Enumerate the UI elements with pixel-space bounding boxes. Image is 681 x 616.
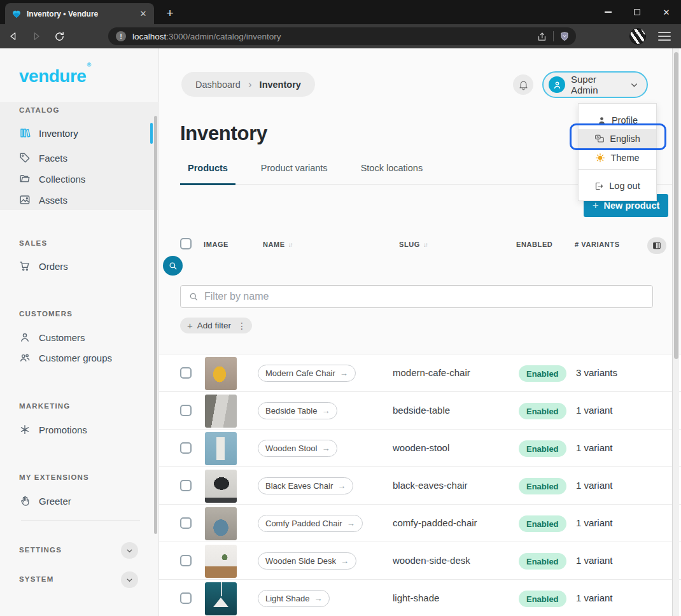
sidebar-scrollbar-thumb[interactable] <box>154 116 157 534</box>
product-name-chip[interactable]: Light Shade→ <box>258 590 330 607</box>
translate-icon <box>594 134 605 144</box>
system-expand-button[interactable] <box>121 571 138 588</box>
table-header: IMAGE NAME↓↑ SLUG↓↑ ENABLED # VARIANTS <box>159 234 681 256</box>
sidebar-item-label: Facets <box>39 153 67 164</box>
brave-shield-icon[interactable] <box>559 31 570 41</box>
menu-item-logout[interactable]: Log out <box>579 176 656 195</box>
sidebar-item-collections[interactable]: Collections <box>0 169 150 189</box>
product-name-chip[interactable]: Wooden Stool→ <box>258 440 337 457</box>
row-checkbox[interactable] <box>180 480 192 491</box>
product-name-chip[interactable]: Wooden Side Desk→ <box>258 552 356 570</box>
books-icon <box>19 127 31 139</box>
chevron-down-icon <box>125 576 134 584</box>
user-icon <box>19 332 31 343</box>
arrow-right-icon: → <box>337 481 346 491</box>
back-button[interactable] <box>4 27 23 45</box>
sidebar-item-orders[interactable]: Orders <box>0 256 150 276</box>
product-table-body: Modern Cafe Chair→ modern-cafe-chair Ena… <box>159 354 681 616</box>
menu-divider <box>579 169 656 170</box>
variant-count: 1 variant <box>576 517 613 528</box>
vendure-favicon-heart-icon <box>11 9 22 19</box>
maximize-button[interactable] <box>622 0 652 24</box>
kebab-menu-icon[interactable]: ⋮ <box>235 321 246 331</box>
sidebar-section-settings[interactable]: SETTINGS <box>0 542 159 559</box>
reload-button[interactable] <box>50 27 69 45</box>
column-header-name[interactable]: NAME↓↑ <box>263 241 292 248</box>
tab-product-variants[interactable]: Product variants <box>253 163 335 185</box>
minimize-button[interactable] <box>593 0 622 24</box>
product-slug: wooden-side-desk <box>393 555 470 566</box>
divider <box>553 31 554 41</box>
product-name-chip[interactable]: Modern Cafe Chair→ <box>258 365 356 382</box>
section-label-marketing: MARKETING <box>19 402 70 410</box>
row-checkbox[interactable] <box>180 592 192 604</box>
sidebar-item-customers[interactable]: Customers <box>0 327 150 347</box>
row-checkbox[interactable] <box>180 367 192 379</box>
status-badge: Enabled <box>519 365 566 382</box>
image-icon <box>19 194 31 206</box>
menu-item-language[interactable]: English <box>579 129 656 148</box>
sidebar-item-assets[interactable]: Assets <box>0 190 150 210</box>
sidebar-item-facets[interactable]: Facets <box>0 148 150 168</box>
product-name-chip[interactable]: Bedside Table→ <box>258 402 337 419</box>
product-slug: wooden-stool <box>393 442 449 453</box>
page-scrollbar-thumb[interactable] <box>674 52 678 359</box>
sun-icon <box>595 153 605 163</box>
status-badge: Enabled <box>519 440 566 457</box>
tab-products[interactable]: Products <box>180 163 235 185</box>
settings-expand-button[interactable] <box>121 542 138 559</box>
sidebar-item-greeter[interactable]: Greeter <box>0 491 150 511</box>
sidebar-item-inventory[interactable]: Inventory <box>0 123 150 143</box>
close-button[interactable]: ✕ <box>652 0 681 24</box>
sidebar-item-customer-groups[interactable]: Customer groups <box>0 347 150 368</box>
product-name-chip[interactable]: Comfy Padded Chair→ <box>258 515 363 532</box>
row-checkbox[interactable] <box>180 517 192 529</box>
variant-count: 1 variant <box>576 480 613 491</box>
share-icon[interactable] <box>537 31 547 42</box>
menu-item-profile[interactable]: Profile <box>579 111 656 129</box>
add-filter-button[interactable]: + Add filter ⋮ <box>180 318 252 333</box>
browser-profile-avatar[interactable] <box>629 28 646 45</box>
folder-icon <box>19 173 31 185</box>
section-label-my-extensions: MY EXTENSIONS <box>19 473 89 481</box>
product-slug: bedside-table <box>393 405 450 416</box>
sidebar-item-label: Collections <box>39 174 85 185</box>
table-row: Wooden Side Desk→ wooden-side-desk Enabl… <box>159 542 681 579</box>
product-thumbnail <box>205 470 237 503</box>
filter-by-name-input[interactable] <box>204 291 645 302</box>
sidebar-item-promotions[interactable]: Promotions <box>0 419 150 440</box>
tab-stock-locations[interactable]: Stock locations <box>353 163 431 185</box>
menu-item-label: Theme <box>610 153 639 163</box>
row-checkbox[interactable] <box>180 555 192 566</box>
user-avatar <box>549 76 565 93</box>
sidebar-section-system[interactable]: SYSTEM <box>0 571 159 588</box>
url-bar[interactable]: ! localhost:3000/admin/catalog/inventory <box>108 27 576 45</box>
breadcrumb-dashboard-link[interactable]: Dashboard <box>195 80 241 90</box>
user-menu-button[interactable]: Super Admin <box>542 71 648 98</box>
product-slug: modern-cafe-chair <box>393 367 470 378</box>
vendure-logo[interactable]: vendure® <box>19 66 90 87</box>
row-checkbox[interactable] <box>180 442 192 454</box>
tab-title: Inventory • Vendure <box>27 10 137 18</box>
arrow-right-icon: → <box>321 406 330 416</box>
product-name-chip[interactable]: Black Eaves Chair→ <box>258 477 353 494</box>
column-header-slug[interactable]: SLUG↓↑ <box>399 241 427 248</box>
forward-button[interactable] <box>27 27 46 45</box>
table-row: Wooden Stool→ wooden-stool Enabled 1 var… <box>159 429 681 466</box>
browser-tab[interactable]: Inventory • Vendure ✕ <box>5 3 154 24</box>
column-settings-button[interactable] <box>647 237 666 254</box>
person-icon <box>597 116 607 125</box>
notifications-button[interactable] <box>513 74 533 95</box>
select-all-checkbox[interactable] <box>180 238 192 249</box>
tab-close-icon[interactable]: ✕ <box>137 8 149 20</box>
page-title: Inventory <box>180 122 267 145</box>
menu-item-theme[interactable]: Theme <box>579 148 656 167</box>
breadcrumb-current: Inventory <box>260 80 301 90</box>
table-row: Black Eaves Chair→ black-eaves-chair Ena… <box>159 466 681 504</box>
new-tab-button[interactable]: + <box>162 6 178 21</box>
row-checkbox[interactable] <box>180 405 192 416</box>
product-thumbnail <box>205 582 237 615</box>
site-info-icon[interactable]: ! <box>116 31 126 41</box>
browser-menu-icon[interactable] <box>658 30 671 43</box>
search-fab-button[interactable] <box>163 256 183 276</box>
